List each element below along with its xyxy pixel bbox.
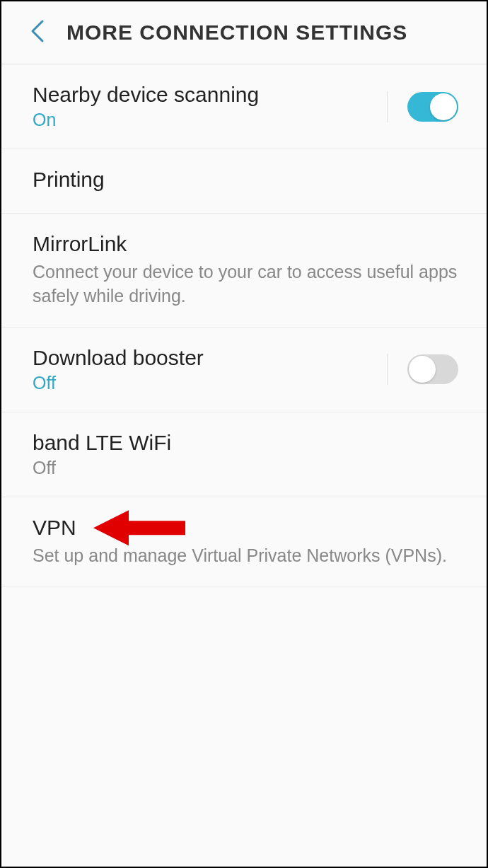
setting-text: MirrorLink Connect your device to your c… (33, 232, 458, 308)
setting-status: Off (33, 373, 407, 393)
setting-title: band LTE WiFi (33, 431, 458, 455)
settings-list: Nearby device scanning On Printing Mirro… (1, 64, 487, 586)
header: MORE CONNECTION SETTINGS (1, 1, 487, 64)
divider (387, 354, 388, 385)
toggle-download-booster[interactable] (407, 354, 458, 384)
setting-status: On (33, 110, 407, 130)
setting-title: VPN (33, 516, 458, 540)
setting-text: VPN Set up and manage Virtual Private Ne… (33, 516, 458, 568)
setting-text: Printing (33, 168, 458, 195)
setting-text: band LTE WiFi Off (33, 431, 458, 478)
setting-title: Printing (33, 168, 458, 192)
setting-printing[interactable]: Printing (1, 149, 487, 214)
setting-mirrorlink[interactable]: MirrorLink Connect your device to your c… (1, 214, 487, 328)
setting-band-lte-wifi[interactable]: band LTE WiFi Off (1, 412, 487, 497)
page-title: MORE CONNECTION SETTINGS (66, 21, 407, 45)
setting-nearby-device-scanning[interactable]: Nearby device scanning On (1, 64, 487, 149)
setting-title: Nearby device scanning (33, 83, 407, 107)
setting-text: Nearby device scanning On (33, 83, 407, 130)
setting-status: Off (33, 458, 458, 478)
setting-title: Download booster (33, 346, 407, 370)
setting-vpn[interactable]: VPN Set up and manage Virtual Private Ne… (1, 497, 487, 587)
divider (387, 91, 388, 122)
toggle-knob (409, 356, 436, 383)
setting-description: Connect your device to your car to acces… (33, 260, 458, 308)
setting-text: Download booster Off (33, 346, 407, 393)
back-icon[interactable] (30, 18, 45, 47)
setting-title: MirrorLink (33, 232, 458, 256)
toggle-nearby[interactable] (407, 92, 458, 122)
setting-download-booster[interactable]: Download booster Off (1, 328, 487, 412)
setting-description: Set up and manage Virtual Private Networ… (33, 544, 458, 568)
toggle-knob (430, 93, 457, 120)
